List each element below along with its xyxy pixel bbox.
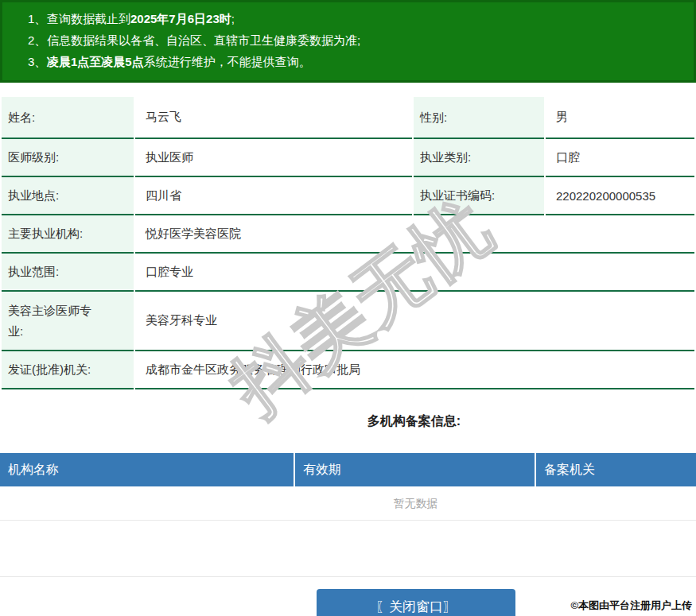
notice-number: 2、 [28,29,47,51]
table-row: 医师级别: 执业医师 执业类别: 口腔 [2,139,694,177]
notice-line: 1、查询数据截止到2025年7月6日23时; [0,8,696,29]
table-row: 发证(批准)机关: 成都市金牛区政务服务管理和行政审批局 [2,351,694,389]
notice-text-bold: 凌晨1点至凌晨5点 [47,55,144,68]
field-value: 四川省 [135,177,412,215]
field-value: 220220200000535 [546,177,694,215]
empty-data-text: 暂无数据 [0,486,696,521]
field-value: 男 [546,97,694,139]
field-label: 性别: [414,97,544,139]
notice-line: 2、信息数据结果以各省、自治区、直辖市卫生健康委数据为准; [0,29,696,51]
field-label: 主要执业机构: [2,215,134,254]
field-label: 执业地点: [2,177,134,215]
table-row: 姓名: 马云飞 性别: 男 [2,97,694,139]
column-header-org-name: 机构名称 [0,453,295,486]
column-header-validity: 有效期 [295,453,536,486]
field-label: 姓名: [2,97,134,139]
copyright-watermark: ©本图由平台注册用户上传 [570,599,692,613]
notice-banner: 1、查询数据截止到2025年7月6日23时; 2、信息数据结果以各省、自治区、直… [0,0,696,83]
notice-text: 查询数据截止到 [47,12,130,25]
field-label: 美容主诊医师专业: [2,292,134,351]
empty-row [0,521,696,577]
field-value: 口腔 [546,139,694,177]
notice-text: ; [231,12,235,25]
close-window-button[interactable]: 〖关闭窗口〗 [317,589,515,616]
field-label: 执业证书编码: [414,177,544,215]
notice-text: 系统进行维护，不能提供查询。 [144,55,311,68]
field-label: 医师级别: [2,139,134,177]
table-row: 美容主诊医师专业: 美容牙科专业 [2,292,694,351]
table-row: 主要执业机构: 悦好医学美容医院 [2,215,694,254]
column-header-registry: 备案机关 [536,453,696,486]
notice-line: 3、凌晨1点至凌晨5点系统进行维护，不能提供查询。 [0,51,696,72]
field-value: 执业医师 [135,139,412,177]
table-row: 执业地点: 四川省 执业证书编码: 220220200000535 [2,177,694,215]
notice-text: 信息数据结果以各省、自治区、直辖市卫生健康委数据为准; [47,33,360,47]
field-value: 口腔专业 [135,254,694,292]
practitioner-info-table: 姓名: 马云飞 性别: 男 医师级别: 执业医师 执业类别: 口腔 执业地点: … [0,97,696,389]
field-label: 执业类别: [414,139,544,177]
field-value: 马云飞 [135,97,412,139]
field-value: 悦好医学美容医院 [135,215,694,254]
notice-number: 3、 [28,51,47,72]
notice-text-bold: 2025年7月6日23时 [130,12,231,25]
field-label: 发证(批准)机关: [2,351,134,389]
table-header-row: 机构名称 有效期 备案机关 [0,453,696,486]
field-value: 成都市金牛区政务服务管理和行政审批局 [135,351,694,389]
notice-number: 1、 [28,8,47,29]
field-label: 执业范围: [2,254,134,292]
section-title: 多机构备案信息: [0,389,696,453]
field-value: 美容牙科专业 [135,292,694,351]
table-row: 执业范围: 口腔专业 [2,254,694,292]
registration-table: 机构名称 有效期 备案机关 [0,453,696,486]
